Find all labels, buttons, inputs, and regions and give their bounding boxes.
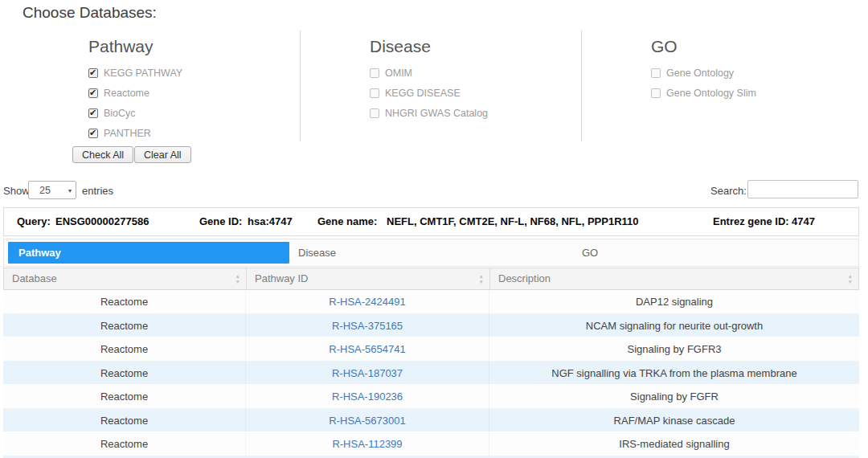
checkbox-item-kegg-pathway[interactable]: KEGG PATHWAY [88, 67, 289, 79]
section-header-disease: Disease [370, 37, 571, 56]
checkbox-label: Reactome [104, 88, 149, 99]
checkbox-panther[interactable] [88, 129, 98, 138]
cell-database: Reactome [3, 362, 246, 385]
checkbox-reactome[interactable] [88, 88, 98, 98]
query-label: Query: [17, 208, 51, 235]
column-header-pathway-id[interactable]: Pathway ID ▲▼ [247, 268, 490, 289]
clear-all-button[interactable]: Clear All [134, 146, 191, 163]
cell-database: Reactome [3, 337, 246, 361]
checkbox-label: KEGG PATHWAY [104, 67, 182, 79]
checkbox-label: KEGG DISEASE [385, 88, 461, 99]
checkbox-item-panther[interactable]: PANTHER [88, 127, 289, 139]
pathway-id-link[interactable]: R-HSA-112399 [332, 438, 402, 450]
page-length-value: 25 [39, 185, 51, 196]
pathway-id-link[interactable]: R-HSA-5673001 [329, 415, 405, 427]
cell-description: IRS-mediated signalling [489, 432, 859, 456]
gene-name-value: NEFL, CMT1F, CMT2E, NF-L, NF68, NFL, PPP… [387, 208, 639, 235]
search-label: Search: [710, 185, 747, 197]
checkbox-item-reactome[interactable]: Reactome [88, 87, 289, 99]
table-row: Reactome R-HSA-190236 Signaling by FGFR [3, 385, 859, 409]
cell-pathway-id: R-HSA-190236 [246, 385, 489, 408]
checkbox-label: OMIM [385, 67, 412, 79]
cell-pathway-id: R-HSA-2424491 [246, 290, 489, 313]
cell-database: Reactome [3, 385, 246, 408]
section-divider [300, 31, 301, 141]
section-header-pathway: Pathway [88, 37, 289, 56]
entrez-gene-id-label: Entrez gene ID: [713, 208, 789, 235]
cell-pathway-id: R-HSA-187037 [246, 362, 489, 385]
entries-label: entries [82, 185, 113, 197]
query-info-bar: Query: ENSG00000277586 Gene ID: hsa:4747… [3, 207, 859, 236]
checkbox-label: BioCyc [104, 108, 136, 119]
cell-database: Reactome [3, 432, 246, 456]
table-row: Reactome R-HSA-187037 NGF signalling via… [3, 362, 859, 386]
check-all-button[interactable]: Check All [72, 146, 133, 163]
column-header-label: Description [498, 272, 551, 284]
table-row: Reactome R-HSA-2424491 DAP12 signaling [3, 290, 859, 314]
table-header-row: Database ▲▼ Pathway ID ▲▼ Description ▲▼ [3, 268, 859, 290]
section-header-go: GO [651, 37, 852, 56]
cell-pathway-id: R-HSA-112399 [246, 432, 489, 456]
db-section-pathway: Pathway KEGG PATHWAY Reactome BioCyc PAN… [88, 37, 289, 147]
checkbox-label: PANTHER [104, 128, 151, 139]
sort-icon[interactable]: ▲▼ [235, 273, 240, 284]
checkbox-omim[interactable] [370, 68, 379, 78]
checkbox-item-nhgri-gwas[interactable]: NHGRI GWAS Catalog [370, 107, 571, 119]
cell-pathway-id: R-HSA-5654741 [246, 337, 489, 361]
table-row: Reactome R-HSA-5654741 Signaling by FGFR… [3, 337, 859, 362]
checkbox-item-biocyc[interactable]: BioCyc [88, 107, 289, 119]
chevron-down-icon: ▾ [68, 187, 72, 194]
cell-database: Reactome [3, 314, 246, 337]
table-row: Reactome R-HSA-5673001 RAF/MAP kinase ca… [3, 409, 859, 433]
column-header-description[interactable]: Description ▲▼ [490, 268, 858, 289]
tab-pathway-label: Pathway [18, 242, 61, 264]
pathway-id-link[interactable]: R-HSA-2424491 [329, 296, 405, 308]
page-length-select[interactable]: 25 ▾ [28, 181, 76, 199]
tab-go[interactable]: GO [582, 239, 598, 266]
gene-name-label: Gene name: [317, 208, 377, 235]
gene-id-label: Gene ID: [199, 208, 242, 235]
checkbox-item-omim[interactable]: OMIM [370, 67, 571, 79]
pathway-id-link[interactable]: R-HSA-5654741 [329, 343, 405, 355]
search-input[interactable] [747, 180, 858, 198]
tab-disease[interactable]: Disease [298, 239, 336, 266]
checkbox-gene-ontology-slim[interactable] [651, 88, 661, 98]
pathway-id-link[interactable]: R-HSA-187037 [332, 367, 403, 379]
table-body: Reactome R-HSA-2424491 DAP12 signaling R… [3, 290, 859, 458]
result-tab-strip: Pathway Disease GO [3, 239, 859, 267]
sort-icon[interactable]: ▲▼ [479, 273, 484, 284]
entrez-gene-id-value: 4747 [792, 208, 815, 235]
tab-pathway[interactable]: Pathway [8, 242, 289, 264]
table-row: Reactome R-HSA-375165 NCAM signaling for… [3, 314, 859, 338]
sort-icon[interactable]: ▲▼ [848, 273, 853, 284]
db-section-go: GO Gene Ontology Gene Ontology Slim [651, 37, 852, 107]
checkbox-gene-ontology[interactable] [651, 68, 661, 78]
cell-pathway-id: R-HSA-375165 [246, 314, 489, 337]
table-row: Reactome R-HSA-112399 IRS-mediated signa… [3, 432, 859, 456]
page-title: Choose Databases: [23, 4, 157, 22]
cell-pathway-id: R-HSA-5673001 [246, 409, 489, 432]
checkbox-item-kegg-disease[interactable]: KEGG DISEASE [370, 87, 571, 99]
show-label: Show [3, 185, 30, 197]
pathway-id-link[interactable]: R-HSA-190236 [332, 391, 403, 403]
checkbox-item-gene-ontology-slim[interactable]: Gene Ontology Slim [651, 87, 852, 99]
cell-description: RAF/MAP kinase cascade [489, 409, 859, 432]
query-value: ENSG00000277586 [55, 208, 149, 235]
checkbox-label: Gene Ontology [666, 67, 734, 79]
cell-description: NCAM signaling for neurite out-growth [489, 314, 859, 337]
cell-description: Signaling by FGFR3 [489, 337, 859, 361]
pathway-id-link[interactable]: R-HSA-375165 [332, 320, 403, 332]
checkbox-label: Gene Ontology Slim [666, 88, 756, 99]
checkbox-biocyc[interactable] [88, 108, 98, 118]
checkbox-nhgri-gwas[interactable] [370, 108, 379, 118]
cell-database: Reactome [3, 290, 246, 313]
column-header-label: Database [12, 272, 57, 284]
column-header-database[interactable]: Database ▲▼ [4, 268, 247, 289]
cell-description: Signaling by FGFR [489, 385, 859, 408]
gene-id-value: hsa:4747 [248, 208, 293, 235]
checkbox-item-gene-ontology[interactable]: Gene Ontology [651, 67, 852, 79]
cell-description: NGF signalling via TRKA from the plasma … [489, 362, 859, 385]
db-section-disease: Disease OMIM KEGG DISEASE NHGRI GWAS Cat… [370, 37, 571, 127]
checkbox-kegg-disease[interactable] [370, 88, 379, 98]
checkbox-kegg-pathway[interactable] [88, 68, 98, 78]
